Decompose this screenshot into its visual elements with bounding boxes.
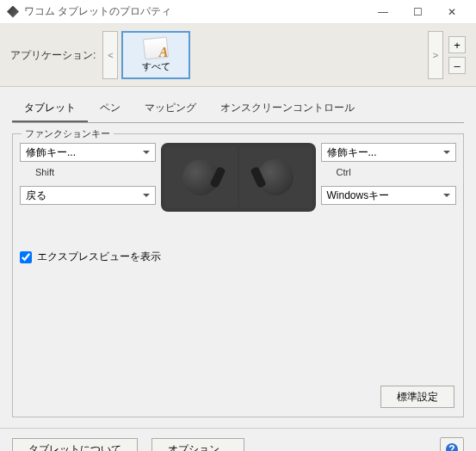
left-key2-select[interactable]: 戻る [20, 186, 156, 205]
application-items: すべて [121, 31, 424, 79]
default-settings-button[interactable]: 標準設定 [380, 386, 454, 408]
maximize-button[interactable]: ☐ [400, 0, 435, 24]
right-key2-select[interactable]: Windowsキー [321, 186, 457, 205]
right-key1-select-label: 修飾キー... [327, 145, 377, 160]
express-view-checkbox[interactable] [20, 251, 32, 263]
left-knob-icon [182, 159, 219, 195]
left-key1-select[interactable]: 修飾キー... [20, 143, 156, 162]
app-add-button[interactable]: + [448, 36, 466, 53]
window-title: ワコム タブレットのプロパティ [24, 4, 366, 19]
options-button[interactable]: オプション... [151, 438, 244, 451]
help-button[interactable]: ? [440, 437, 464, 451]
application-item-label: すべて [142, 60, 170, 73]
app-icon [7, 6, 19, 18]
right-key2-select-label: Windowsキー [327, 188, 390, 203]
tablet-right-half [239, 146, 312, 208]
left-key1-select-label: 修飾キー... [26, 145, 76, 160]
right-key1-select[interactable]: 修飾キー... [321, 143, 457, 162]
tab-mapping[interactable]: マッピング [133, 96, 208, 122]
app-remove-button[interactable]: – [448, 57, 466, 74]
function-keys-grid: 修飾キー... Shift 戻る 修飾キー... Ctrl Windowsキー [20, 143, 456, 226]
svg-text:?: ? [448, 443, 454, 451]
help-icon: ? [445, 442, 459, 451]
content: タブレット ペン マッピング オンスクリーンコントロール ファンクションキー 修… [0, 87, 476, 428]
left-key1-sub: Shift [20, 165, 156, 182]
footer: タブレットについて オプション... ? [0, 428, 476, 451]
right-knob-icon [257, 159, 294, 195]
right-key1-sub: Ctrl [321, 165, 457, 182]
right-key2-sub [321, 208, 457, 226]
express-view-row: エクスプレスビューを表示 [20, 250, 456, 264]
express-view-label: エクスプレスビューを表示 [37, 250, 161, 264]
tab-tablet[interactable]: タブレット [12, 96, 88, 122]
right-keys-column: 修飾キー... Ctrl Windowsキー [321, 143, 457, 226]
application-all-icon [144, 38, 168, 59]
close-button[interactable]: ✕ [435, 0, 469, 24]
tab-pen[interactable]: ペン [88, 96, 133, 122]
app-prev-button[interactable]: < [102, 31, 118, 79]
app-add-remove: + – [448, 36, 466, 74]
application-item-all[interactable]: すべて [121, 31, 190, 79]
titlebar: ワコム タブレットのプロパティ — ☐ ✕ [0, 0, 476, 24]
app-next-button[interactable]: > [428, 31, 443, 79]
about-tablet-button[interactable]: タブレットについて [12, 438, 138, 451]
tabs: タブレット ペン マッピング オンスクリーンコントロール [12, 96, 464, 123]
application-row: アプリケーション: < すべて > + – [0, 24, 476, 87]
window-controls: — ☐ ✕ [366, 0, 469, 24]
left-key2-sub [20, 208, 156, 226]
tab-onscreen-controls[interactable]: オンスクリーンコントロール [208, 96, 367, 122]
function-keys-legend: ファンクションキー [22, 127, 114, 140]
left-key2-select-label: 戻る [26, 188, 46, 203]
minimize-button[interactable]: — [366, 0, 400, 24]
tablet-visual [161, 143, 316, 212]
tablet-left-half [164, 146, 238, 208]
left-keys-column: 修飾キー... Shift 戻る [20, 143, 156, 226]
function-keys-group: ファンクションキー 修飾キー... Shift 戻る 修飾キー... Ctrl … [12, 133, 464, 417]
application-label: アプリケーション: [10, 48, 96, 63]
